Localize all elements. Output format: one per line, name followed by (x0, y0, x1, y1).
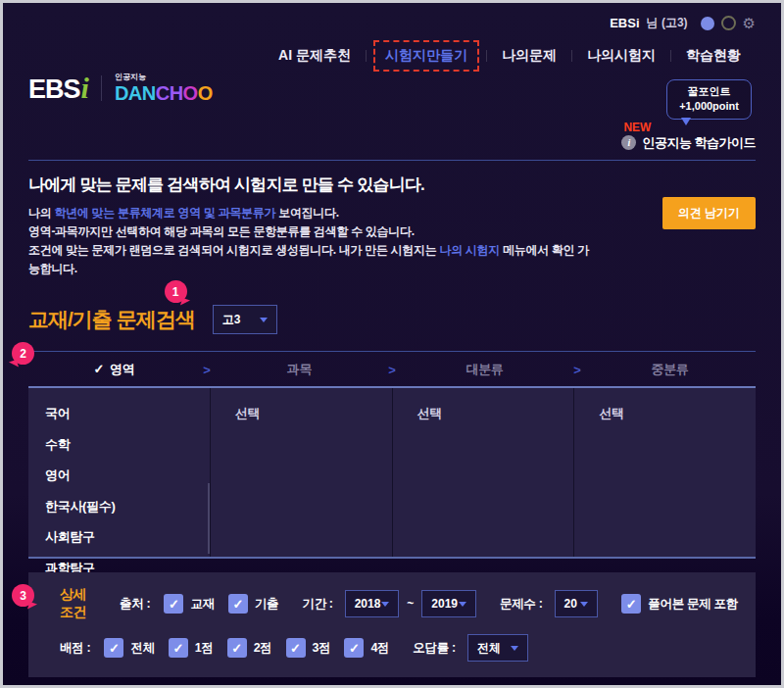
conditions-row-1: 상세조건 출처 : ✓ 교재 ✓ 기출 기간 : 2018 ~ 2019 문제수… (46, 586, 738, 621)
grade-select[interactable]: 1 고3 (213, 305, 277, 334)
list-item-math[interactable]: 수학 (45, 436, 210, 454)
grade-select-value: 고3 (222, 312, 241, 328)
danchoo-part-2: CH (156, 82, 183, 104)
question-count-label: 문제수 : (500, 596, 543, 613)
ai-guide-block: 꿀포인트 +1,000point NEW i 인공지능 학습가이드 (621, 79, 756, 152)
list-item-korean[interactable]: 국어 (45, 405, 210, 422)
intro-line3-highlight: 나의 시험지 (439, 243, 500, 257)
check-icon: ✓ (94, 362, 105, 376)
question-count-select[interactable]: 20 (555, 590, 599, 617)
tab-step-area[interactable]: ✓영역 (28, 361, 200, 378)
chevron-down-icon (260, 318, 268, 322)
nav-item-my-tests[interactable]: 나의시험지 (572, 47, 670, 65)
user-info: EBSi 님 (고3) ⚙ (610, 15, 756, 31)
checkbox-checked-icon: ✓ (104, 638, 123, 658)
intro-section: 나에게 맞는 문제를 검색하여 시험지로 만들 수 있습니다. 나의 학년에 맞… (28, 173, 756, 279)
info-icon: i (621, 135, 636, 150)
year-to-select[interactable]: 2019 (421, 590, 476, 617)
wrong-rate-label: 오답률 : (413, 640, 456, 657)
category-steps: 2 ✓영역 > 과목 > 대분류 > 중분류 (28, 351, 756, 386)
checkbox-checked-icon: ✓ (169, 638, 188, 658)
category-section: 2 ✓영역 > 과목 > 대분류 > 중분류 국어 수학 영어 한국사(필수) … (28, 351, 756, 559)
checkbox-source-past-exam[interactable]: ✓ 기출 (228, 594, 278, 614)
category-panel: 국어 수학 영어 한국사(필수) 사회탐구 과학탐구 선택 선택 선택 (28, 386, 756, 559)
ai-guide-link[interactable]: i 인공지능 학습가이드 (621, 134, 756, 152)
checkbox-checked-icon: ✓ (227, 638, 247, 658)
checkbox-score-4[interactable]: ✓ 4점 (344, 638, 389, 658)
checkbox-score-2[interactable]: ✓ 2점 (227, 638, 272, 658)
list-item-social-studies[interactable]: 사회탐구 (45, 528, 210, 546)
new-badge: NEW (623, 121, 651, 134)
status-dot-filled-icon[interactable] (701, 17, 714, 30)
period-label: 기간 : (302, 596, 332, 613)
list-item-korean-history[interactable]: 한국사(필수) (45, 498, 210, 516)
checkbox-source-textbook[interactable]: ✓ 교재 (164, 594, 214, 614)
checkbox-checked-icon: ✓ (286, 638, 306, 658)
checkbox-label-score-4: 4점 (370, 640, 389, 657)
tab-step-subject[interactable]: 과목 (214, 361, 385, 378)
subject-column: 선택 (210, 388, 392, 557)
points-tooltip-line2: +1,000point (679, 99, 739, 114)
subject-column-placeholder: 선택 (211, 388, 392, 422)
checkbox-label-score-all: 전체 (130, 640, 154, 657)
logo-group[interactable]: EBSi 인공지능 DANCHOO (28, 13, 213, 152)
step-badge-1: 1 (165, 280, 187, 303)
list-item-english[interactable]: 영어 (45, 467, 210, 484)
checkbox-score-3[interactable]: ✓ 3점 (286, 638, 331, 658)
nav-divider (366, 50, 367, 62)
chevron-right-icon: > (200, 363, 214, 377)
major-category-column: 선택 (392, 388, 574, 557)
checkbox-label-score-3: 3점 (313, 640, 331, 657)
checkbox-checked-icon: ✓ (621, 594, 641, 614)
wrong-rate-select[interactable]: 전체 (467, 634, 528, 662)
tab-step-middle-category[interactable]: 중분류 (584, 361, 756, 378)
intro-line-3: 조건에 맞는 문제가 랜덤으로 검색되어 시험지로 생성됩니다. 내가 만든 시… (28, 241, 599, 278)
points-tooltip-line1: 꿀포인트 (679, 84, 739, 99)
source-label: 출처 : (120, 596, 150, 613)
ebsi-logo: EBSi (28, 72, 88, 105)
conditions-panel: 3 상세조건 출처 : ✓ 교재 ✓ 기출 기간 : 2018 ~ 2019 문… (28, 572, 756, 677)
intro-line3-p1: 조건에 맞는 문제가 랜덤으로 검색되어 시험지로 생성됩니다. 내가 만든 시… (28, 243, 439, 257)
checkbox-label-score-2: 2점 (254, 640, 272, 657)
feedback-button[interactable]: 의견 남기기 (662, 197, 756, 229)
header-divider-line (28, 160, 756, 161)
gear-icon[interactable]: ⚙ (743, 16, 756, 30)
intro-description: 나의 학년에 맞는 분류체계로 영역 및 과목분류가 보여집니다. 영역-과목까… (28, 204, 599, 279)
year-from-select[interactable]: 2018 (345, 590, 400, 617)
main-nav: AI 문제추천 시험지만들기 나의문제 나의시험지 학습현황 (264, 40, 756, 72)
danchoo-logo: 인공지능 DANCHOO (115, 74, 213, 103)
checkbox-label-score-1: 1점 (195, 640, 214, 657)
checkbox-score-all[interactable]: ✓ 전체 (104, 638, 154, 658)
checkbox-score-1[interactable]: ✓ 1점 (169, 638, 214, 658)
range-tilde: ~ (407, 597, 414, 611)
intro-line-1: 나의 학년에 맞는 분류체계로 영역 및 과목분류가 보여집니다. (28, 204, 599, 222)
question-count-value: 20 (564, 597, 577, 611)
user-grade: 님 (고3) (647, 15, 688, 31)
search-title-row: 교재/기출 문제검색 1 고3 (28, 305, 756, 334)
nav-item-learning-status[interactable]: 학습현황 (671, 47, 756, 65)
checkbox-label-include-solved: 풀어본 문제 포함 (648, 596, 738, 613)
step-badge-3: 3 (12, 584, 34, 607)
intro-line-2: 영역-과목까지만 선택하여 해당 과목의 모든 문항분류를 검색할 수 있습니다… (28, 222, 599, 241)
danchoo-part-4: O (198, 82, 213, 104)
nav-item-ai-recommend[interactable]: AI 문제추천 (264, 47, 366, 65)
intro-line1-p1: 나의 (28, 206, 54, 220)
danchoo-part-1: DAN (115, 82, 156, 104)
nav-item-my-questions[interactable]: 나의문제 (487, 47, 571, 65)
checkbox-include-solved[interactable]: ✓ 풀어본 문제 포함 (621, 594, 738, 614)
checkbox-checked-icon: ✓ (164, 594, 183, 614)
tab-step-major-category[interactable]: 대분류 (399, 361, 570, 378)
nav-item-create-test[interactable]: 시험지만들기 (373, 40, 479, 72)
checkbox-checked-icon: ✓ (228, 594, 248, 614)
major-column-placeholder: 선택 (393, 388, 574, 422)
middle-category-column: 선택 (573, 388, 756, 557)
status-dot-outline-icon[interactable] (721, 16, 736, 30)
intro-line1-highlight: 학년에 맞는 분류체계로 영역 및 과목분류가 (54, 206, 275, 220)
chevron-down-icon (381, 602, 389, 607)
area-column: 국어 수학 영어 한국사(필수) 사회탐구 과학탐구 (28, 388, 210, 557)
year-from-value: 2018 (355, 597, 381, 611)
chevron-down-icon (580, 602, 588, 607)
checkbox-label-past-exam: 기출 (255, 596, 278, 613)
intro-title: 나에게 맞는 문제를 검색하여 시험지로 만들 수 있습니다. (28, 173, 599, 196)
wrong-rate-value: 전체 (477, 640, 501, 657)
